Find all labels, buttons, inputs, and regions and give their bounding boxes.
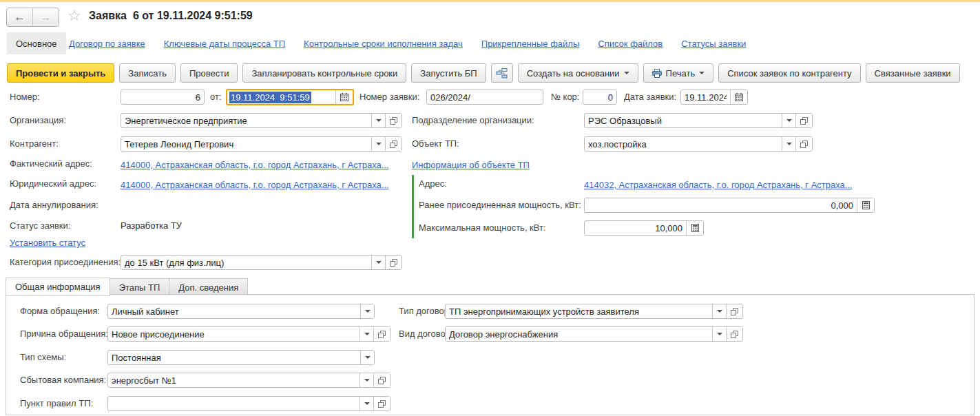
corr-number-input[interactable] [583,90,616,104]
favorite-star-icon[interactable]: ☆ [67,7,81,25]
business-process-button[interactable] [491,63,513,83]
tp-rules-item-field [107,396,390,411]
chevron-down-icon [364,379,370,382]
set-status-link[interactable]: Установить статус [10,237,85,249]
request-number-input[interactable] [427,90,543,104]
object-address-link[interactable]: 414032, Астраханская область, г.о. город… [584,179,853,191]
nav-link-file-list[interactable]: Список файлов [598,39,663,49]
calendar-icon [340,93,348,101]
print-button[interactable]: Печать [643,63,714,83]
tab-main[interactable]: Основное [7,32,66,54]
forward-button[interactable]: → [33,8,59,26]
contract-kind-dropdown-button[interactable] [712,327,726,341]
post-and-close-button[interactable]: Провести и закрыть [7,63,114,83]
request-date-calendar-button[interactable] [730,90,747,104]
post-button[interactable]: Провести [180,63,238,83]
create-based-on-button[interactable]: Создать на основании [518,63,638,83]
document-date-input[interactable]: 19.11.2024 9:51:59 [227,90,335,104]
max-power-calculator-button[interactable] [686,221,703,235]
tp-object-info-link[interactable]: Информация об объекте ТП [412,159,530,171]
tp-object-input[interactable] [585,137,782,151]
appeal-form-dropdown-button[interactable] [360,304,374,318]
toolbar: Провести и закрыть Записать Провести Зап… [7,63,960,83]
tab-general-info[interactable]: Общая информация [6,278,110,296]
tp-rules-item-dropdown-button[interactable] [359,397,373,410]
tp-object-open-button[interactable] [795,137,812,151]
create-based-on-label: Создать на основании [527,68,620,79]
department-dropdown-button[interactable] [782,114,795,127]
chevron-down-icon [699,72,705,74]
contract-type-input[interactable] [446,304,712,318]
organization-input[interactable] [121,114,371,127]
document-date-calendar-button[interactable] [335,90,353,104]
sales-company-open-button[interactable] [373,373,390,387]
open-picker-icon [390,259,397,267]
tp-object-dropdown-button[interactable] [782,137,795,151]
window-accent-strip [0,0,980,2]
scheme-type-input[interactable] [108,351,360,364]
request-number-field [426,90,543,105]
application-form-window: ← → ☆ Заявка 6 от 19.11.2024 9:51:59 Осн… [0,0,980,416]
open-picker-icon [731,308,738,315]
open-picker-icon [800,141,808,148]
sales-company-dropdown-button[interactable] [359,373,373,387]
connection-category-dropdown-button[interactable] [371,256,385,269]
schedule-deadlines-button[interactable]: Запланировать контрольные сроки [242,63,406,83]
prev-power-input[interactable] [585,198,857,212]
tp-rules-item-label: Пункт правил ТП: [20,396,93,411]
request-date-input[interactable] [681,90,730,104]
sales-company-input[interactable] [108,373,359,387]
appeal-form-input[interactable] [108,304,360,318]
organization-open-button[interactable] [385,114,402,127]
nav-link-control-deadlines[interactable]: Контрольные сроки исполнения задач [304,39,463,49]
scheme-type-dropdown-button[interactable] [360,351,374,364]
appeal-reason-input[interactable] [108,327,359,341]
prev-power-field [584,198,875,213]
contractor-dropdown-button[interactable] [371,137,385,151]
contractor-open-button[interactable] [385,137,402,151]
contract-type-open-button[interactable] [726,304,742,318]
corr-number-label: № кор: [551,90,579,105]
actual-address-link[interactable]: 414000, Астраханская область, г.о. город… [121,159,389,171]
chevron-down-icon [786,143,792,145]
scheme-type-label: Тип схемы: [20,350,66,365]
contractor-field [121,136,402,152]
calculator-icon [691,224,699,232]
general-info-panel: Форма обращения: Причина обращения: Тип … [6,294,974,415]
contract-type-dropdown-button[interactable] [712,304,726,318]
chevron-down-icon [376,143,382,145]
appeal-reason-open-button[interactable] [373,327,390,341]
contractor-input[interactable] [121,137,371,151]
corr-number-field [583,90,617,105]
legal-address-link[interactable]: 414000, Астраханская область, г.о. город… [121,179,389,191]
connection-category-field [121,255,402,270]
appeal-reason-dropdown-button[interactable] [359,327,373,341]
save-button[interactable]: Записать [119,63,176,83]
legal-address-label: Юридический адрес: [10,178,96,190]
prev-power-calculator-button[interactable] [857,198,874,212]
nav-link-attached-files[interactable]: Прикрепленные файлы [481,39,580,49]
tp-rules-item-input[interactable] [108,397,359,410]
max-power-input[interactable] [585,221,686,235]
connection-category-open-button[interactable] [385,256,402,269]
back-button[interactable]: ← [7,8,33,26]
nav-link-key-dates[interactable]: Ключевые даты процесса ТП [164,39,285,49]
contract-kind-input[interactable] [446,327,712,341]
department-input[interactable] [585,114,782,127]
department-open-button[interactable] [795,114,812,127]
tp-rules-item-open-button[interactable] [373,397,390,410]
related-requests-button[interactable]: Связанные заявки [866,63,960,83]
organization-dropdown-button[interactable] [371,114,385,127]
requests-by-contractor-button[interactable]: Список заявок по контрагенту [718,63,860,83]
nav-link-statuses[interactable]: Статусы заявки [681,39,746,49]
contract-kind-open-button[interactable] [726,327,742,341]
chevron-down-icon [624,72,629,74]
selected-text: 19.11.2024 9:51:59 [229,92,311,103]
connection-category-input[interactable] [121,256,371,269]
number-input[interactable] [121,90,204,104]
start-bp-button[interactable]: Запустить БП [411,63,486,83]
nav-link-contract[interactable]: Договор по заявке [69,39,145,49]
detail-tabs: Общая информация Этапы ТП Доп. сведения [6,278,247,296]
department-field [584,113,813,128]
document-date-field: 19.11.2024 9:51:59 [226,89,354,105]
